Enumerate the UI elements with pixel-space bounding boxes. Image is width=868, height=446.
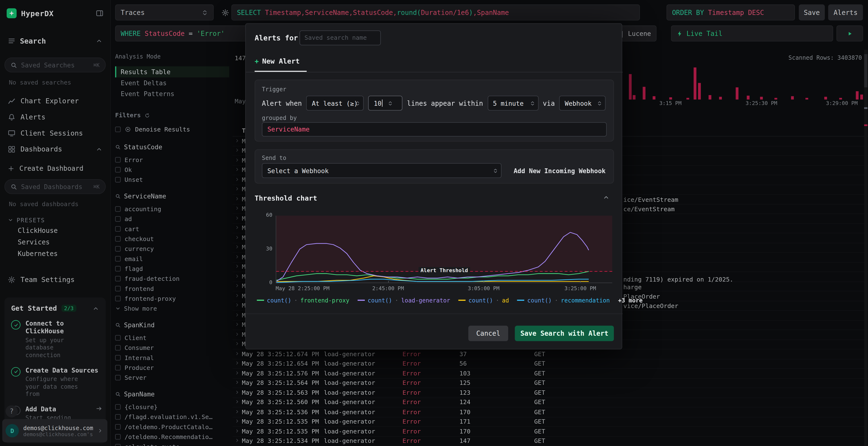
plus-icon: + xyxy=(255,57,259,65)
saved-search-name-input[interactable]: Saved search name xyxy=(300,30,381,45)
chart-legend: count()·frontend-proxycount()·load-gener… xyxy=(257,297,643,304)
x-tick-label: 3:05:00 PM xyxy=(468,285,499,291)
legend-separator: · xyxy=(496,297,499,304)
legend-item-frontend-proxy[interactable]: count()·frontend-proxy xyxy=(257,297,349,304)
legend-series-name: recommendation xyxy=(561,297,610,304)
legend-separator: · xyxy=(555,297,558,304)
lines-appear-within-label: lines appear within xyxy=(407,99,483,107)
legend-metric: count() xyxy=(368,297,392,304)
alert-threshold-label: Alert Threshold xyxy=(418,267,470,273)
y-tick-label: 30 xyxy=(255,245,272,251)
threshold-chart-title: Threshold chart xyxy=(255,194,317,202)
via-label: via xyxy=(543,99,555,107)
cancel-button[interactable]: Cancel xyxy=(468,325,508,341)
grouped-by-value: ServiceName xyxy=(268,126,310,133)
number-spinner-icon[interactable] xyxy=(388,100,393,106)
legend-separator: · xyxy=(395,297,399,304)
legend-series-name: frontend-proxy xyxy=(301,297,349,304)
send-to-panel: Send to Select a Webhook Add New Incomin… xyxy=(255,149,614,183)
alert-modal: Alerts for Saved search name + New Alert… xyxy=(245,23,622,349)
trigger-label: Trigger xyxy=(262,86,286,93)
divider xyxy=(246,314,623,314)
alert-when-label: Alert when xyxy=(262,99,302,107)
legend-metric: count() xyxy=(527,297,552,304)
x-tick-label: 2:45:00 PM xyxy=(372,285,404,291)
modal-title: Alerts for xyxy=(255,34,298,42)
tab-new-alert[interactable]: + New Alert xyxy=(255,57,300,65)
legend-dash xyxy=(358,300,365,301)
threshold-chart: Alert Threshold 03060May 28 2:25:00 PM2:… xyxy=(255,206,614,295)
collapse-chart-icon[interactable] xyxy=(603,194,610,201)
alert-condition-value: At least (≥) xyxy=(312,99,358,107)
channel-select[interactable]: Webhook xyxy=(559,96,606,110)
webhook-select-value: Select a Webhook xyxy=(268,167,329,174)
updown-chevrons-icon xyxy=(597,100,602,106)
threshold-value: 10 xyxy=(374,99,381,107)
legend-item-ad[interactable]: count()·ad xyxy=(459,297,509,304)
saved-search-name-placeholder: Saved search name xyxy=(305,34,367,41)
tab-new-alert-label: New Alert xyxy=(262,57,300,65)
y-tick-label: 0 xyxy=(255,279,272,285)
legend-dash xyxy=(459,300,466,301)
text-caret xyxy=(382,99,382,107)
send-to-label: Send to xyxy=(262,155,286,161)
legend-item-recommendation[interactable]: count()·recommendation xyxy=(517,297,610,304)
legend-metric: count() xyxy=(468,297,493,304)
legend-more-button[interactable]: +3 more xyxy=(618,297,643,304)
chart-plot-area: Alert Threshold xyxy=(276,215,612,283)
legend-separator: · xyxy=(294,297,298,304)
updown-chevrons-icon xyxy=(529,100,535,106)
y-tick-label: 60 xyxy=(255,212,272,218)
updown-chevrons-icon xyxy=(355,100,361,106)
chart-series-count-load-generator xyxy=(276,232,589,281)
legend-series-name: load-generator xyxy=(401,297,450,304)
add-new-incoming-webhook-button[interactable]: Add New Incoming Webhook xyxy=(514,167,607,174)
x-tick-label: May 28 2:25:00 PM xyxy=(276,285,329,291)
legend-item-load-generator[interactable]: count()·load-generator xyxy=(358,297,450,304)
legend-dash xyxy=(517,300,524,301)
time-window-select[interactable]: 5 minute xyxy=(488,96,538,110)
divider xyxy=(246,72,623,72)
trigger-panel: Trigger Alert when At least (≥) 10 lines… xyxy=(255,80,614,142)
channel-value: Webhook xyxy=(565,99,591,107)
grouped-by-label: grouped by xyxy=(262,114,297,121)
alert-condition-select[interactable]: At least (≥) xyxy=(306,96,364,110)
save-search-with-alert-button[interactable]: Save Search with Alert xyxy=(515,325,614,341)
app-root: HyperDX Search Saved Searches ⌘K No save… xyxy=(0,0,868,446)
legend-dash xyxy=(257,300,264,301)
updown-chevrons-icon xyxy=(493,168,498,173)
x-tick-label: 3:25:00 PM xyxy=(564,285,596,291)
threshold-value-input[interactable]: 10 xyxy=(368,96,402,110)
webhook-select[interactable]: Select a Webhook xyxy=(262,163,501,178)
time-window-value: 5 minute xyxy=(493,99,524,107)
grouped-by-input[interactable]: ServiceName xyxy=(262,122,607,137)
legend-metric: count() xyxy=(267,297,291,304)
legend-series-name: ad xyxy=(502,297,509,304)
